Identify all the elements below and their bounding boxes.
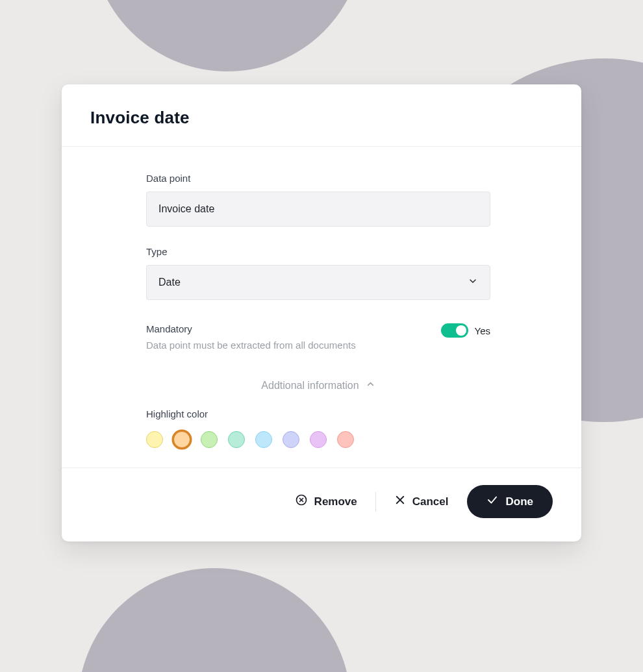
data-point-modal: Invoice date Data point Invoice date Typ… <box>62 84 581 541</box>
chevron-down-icon <box>468 276 478 289</box>
data-point-group: Data point Invoice date <box>146 173 490 227</box>
toggle-knob <box>456 325 466 336</box>
cancel-button[interactable]: Cancel <box>392 490 451 513</box>
background-shape <box>78 568 351 672</box>
type-select[interactable]: Date <box>146 265 490 300</box>
color-swatch-red[interactable] <box>337 431 354 448</box>
cancel-button-label: Cancel <box>412 495 449 508</box>
remove-button[interactable]: Remove <box>292 490 360 514</box>
check-icon <box>486 494 498 509</box>
mandatory-group: Mandatory Data point must be extracted f… <box>146 319 490 352</box>
highlight-color-group: Highlight color <box>146 408 490 448</box>
color-swatch-blue[interactable] <box>255 431 272 448</box>
remove-button-label: Remove <box>314 495 357 508</box>
done-button-label: Done <box>506 495 534 508</box>
color-swatch-indigo[interactable] <box>283 431 299 448</box>
done-button[interactable]: Done <box>467 485 553 518</box>
mandatory-toggle-wrap: Yes <box>441 323 490 338</box>
chevron-up-icon <box>366 379 375 392</box>
color-swatch-purple[interactable] <box>310 431 327 448</box>
close-icon <box>394 494 406 509</box>
type-value: Date <box>158 277 181 288</box>
additional-info-label: Addtional information <box>261 380 359 392</box>
modal-title: Invoice date <box>90 108 553 128</box>
close-circle-icon <box>295 493 308 510</box>
data-point-value: Invoice date <box>158 203 214 215</box>
color-swatch-orange[interactable] <box>173 431 190 448</box>
mandatory-description: Data point must be extracted from all do… <box>146 338 356 352</box>
additional-info-toggle[interactable]: Addtional information <box>146 379 490 392</box>
background-shape <box>91 0 364 71</box>
data-point-label: Data point <box>146 173 490 184</box>
mandatory-toggle[interactable] <box>441 323 468 338</box>
type-group: Type Date <box>146 246 490 300</box>
type-label: Type <box>146 246 490 257</box>
color-swatch-row <box>146 431 490 448</box>
divider <box>375 492 376 512</box>
mandatory-toggle-label: Yes <box>475 325 490 336</box>
mandatory-text: Mandatory Data point must be extracted f… <box>146 323 356 352</box>
mandatory-label: Mandatory <box>146 323 356 334</box>
form-column: Data point Invoice date Type Date Mandat… <box>146 173 490 448</box>
modal-footer: Remove Cancel Done <box>62 468 581 541</box>
highlight-color-label: Highlight color <box>146 408 490 419</box>
modal-header: Invoice date <box>62 84 581 146</box>
color-swatch-teal[interactable] <box>228 431 245 448</box>
data-point-input[interactable]: Invoice date <box>146 192 490 227</box>
modal-body: Data point Invoice date Type Date Mandat… <box>62 147 581 467</box>
color-swatch-green[interactable] <box>201 431 218 448</box>
color-swatch-yellow[interactable] <box>146 431 163 448</box>
